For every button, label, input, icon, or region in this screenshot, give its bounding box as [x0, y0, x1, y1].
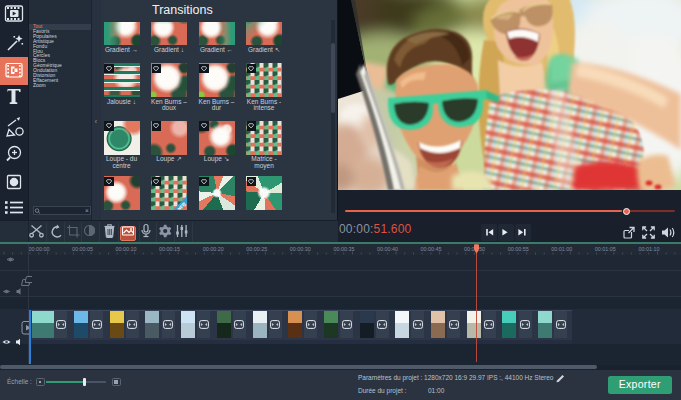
svg-text:00:00:15: 00:00:15	[159, 246, 180, 252]
svg-text:00:00:20: 00:00:20	[203, 246, 224, 252]
svg-text:00:00:25: 00:00:25	[246, 246, 267, 252]
svg-text:00:00:30: 00:00:30	[290, 246, 311, 252]
svg-text:00:00:45: 00:00:45	[421, 246, 442, 252]
svg-text:00:00:10: 00:00:10	[116, 246, 137, 252]
svg-text:00:01:10: 00:01:10	[638, 246, 659, 252]
svg-text:00:00:35: 00:00:35	[333, 246, 354, 252]
svg-text:00:00:05: 00:00:05	[72, 246, 93, 252]
svg-text:00:00:40: 00:00:40	[377, 246, 398, 252]
svg-text:00:01:05: 00:01:05	[595, 246, 616, 252]
svg-text:00:00:55: 00:00:55	[508, 246, 529, 252]
svg-text:00:01:00: 00:01:00	[551, 246, 572, 252]
svg-text:00:00:00: 00:00:00	[28, 246, 49, 252]
